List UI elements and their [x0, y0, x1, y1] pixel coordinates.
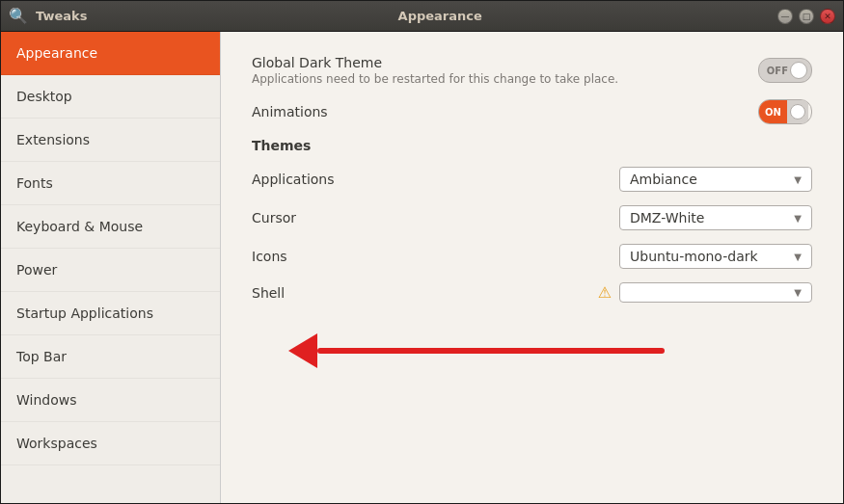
- search-icon[interactable]: 🔍: [9, 7, 28, 25]
- shell-theme-dropdown[interactable]: ▼: [619, 282, 812, 303]
- applications-theme-dropdown[interactable]: Ambiance ▼: [619, 167, 812, 192]
- sidebar-item-startup-applications[interactable]: Startup Applications: [1, 292, 220, 335]
- global-dark-theme-label: Global Dark Theme: [252, 55, 758, 70]
- arrow-annotation: [288, 333, 665, 368]
- sidebar-item-top-bar[interactable]: Top Bar: [1, 335, 220, 379]
- warning-icon: ⚠: [598, 283, 612, 302]
- animations-row: Animations ON: [252, 99, 812, 124]
- themes-section-title: Themes: [252, 138, 812, 153]
- chevron-down-icon: ▼: [794, 252, 802, 262]
- sidebar-item-appearance[interactable]: Appearance: [1, 32, 220, 75]
- sidebar-item-extensions[interactable]: Extensions: [1, 119, 220, 162]
- chevron-down-icon: ▼: [794, 287, 802, 298]
- content-area: Appearance Desktop Extensions Fonts Keyb…: [1, 32, 843, 503]
- app-name: Tweaks: [36, 9, 87, 23]
- main-panel: Global Dark Theme Applications need to b…: [221, 32, 843, 503]
- global-dark-theme-row: Global Dark Theme Applications need to b…: [252, 55, 812, 86]
- sidebar-item-keyboard-mouse[interactable]: Keyboard & Mouse: [1, 205, 220, 249]
- sidebar-item-desktop[interactable]: Desktop: [1, 75, 220, 119]
- titlebar: 🔍 Tweaks Appearance — □ ✕: [1, 1, 843, 32]
- applications-theme-row: Applications Ambiance ▼: [252, 167, 812, 192]
- close-button[interactable]: ✕: [820, 9, 835, 24]
- sidebar-item-workspaces[interactable]: Workspaces: [1, 422, 220, 465]
- cursor-theme-label: Cursor: [252, 210, 619, 225]
- sidebar-item-power[interactable]: Power: [1, 249, 220, 292]
- window-title: Appearance: [102, 9, 777, 23]
- arrow-line: [317, 348, 665, 354]
- minimize-button[interactable]: —: [777, 9, 793, 24]
- global-dark-theme-label-block: Global Dark Theme Applications need to b…: [252, 55, 758, 86]
- cursor-theme-dropdown[interactable]: DMZ-White ▼: [619, 205, 812, 230]
- global-dark-theme-sublabel: Applications need to be restarted for th…: [252, 72, 758, 86]
- toggle-knob: [790, 62, 807, 79]
- shell-theme-row: Shell ⚠ ▼: [252, 282, 812, 303]
- maximize-button[interactable]: □: [799, 9, 814, 24]
- icons-theme-value: Ubuntu-mono-dark: [630, 249, 758, 264]
- applications-theme-value: Ambiance: [630, 172, 697, 187]
- animations-toggle[interactable]: ON: [758, 99, 812, 124]
- knob-circle: [790, 104, 805, 119]
- chevron-down-icon: ▼: [794, 213, 802, 224]
- animations-label: Animations: [252, 104, 758, 119]
- sidebar: Appearance Desktop Extensions Fonts Keyb…: [1, 32, 221, 503]
- cursor-theme-row: Cursor DMZ-White ▼: [252, 205, 812, 230]
- toggle-on-label: ON: [759, 100, 787, 123]
- window-controls: — □ ✕: [777, 9, 835, 24]
- icons-theme-dropdown[interactable]: Ubuntu-mono-dark ▼: [619, 244, 812, 269]
- global-dark-theme-toggle[interactable]: OFF: [758, 58, 812, 83]
- cursor-theme-value: DMZ-White: [630, 210, 704, 225]
- main-window: 🔍 Tweaks Appearance — □ ✕ Appearance Des…: [0, 0, 844, 504]
- shell-theme-label: Shell: [252, 285, 598, 301]
- sidebar-item-windows[interactable]: Windows: [1, 379, 220, 422]
- icons-theme-row: Icons Ubuntu-mono-dark ▼: [252, 244, 812, 269]
- chevron-down-icon: ▼: [794, 174, 802, 185]
- sidebar-item-fonts[interactable]: Fonts: [1, 162, 220, 205]
- arrow-head: [288, 333, 317, 368]
- toggle-off-label: OFF: [767, 66, 788, 76]
- icons-theme-label: Icons: [252, 249, 619, 264]
- toggle-on-knob: [787, 100, 808, 123]
- applications-theme-label: Applications: [252, 172, 619, 187]
